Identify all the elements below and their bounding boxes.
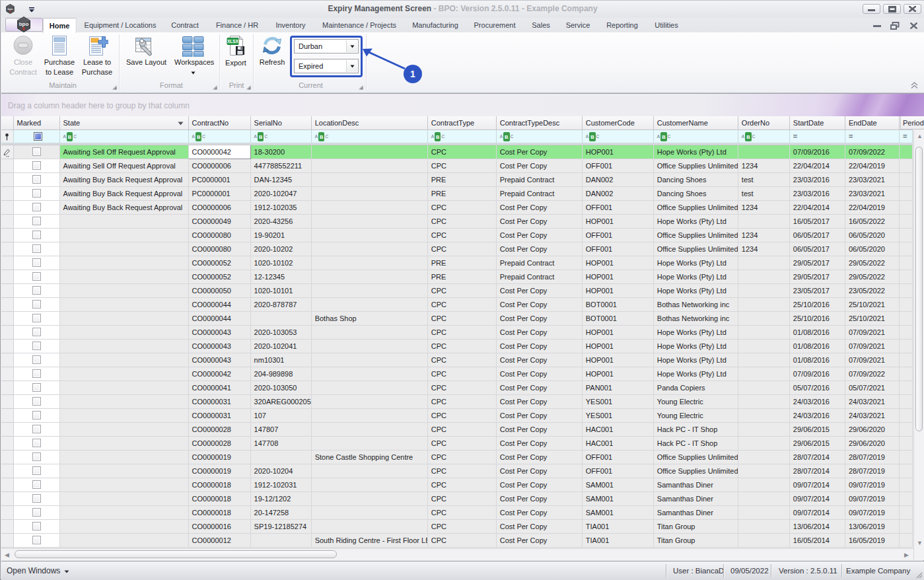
svg-text:bpo: bpo — [19, 21, 29, 27]
svg-text:XLSX: XLSX — [227, 39, 239, 44]
svg-text:1: 1 — [410, 69, 415, 79]
